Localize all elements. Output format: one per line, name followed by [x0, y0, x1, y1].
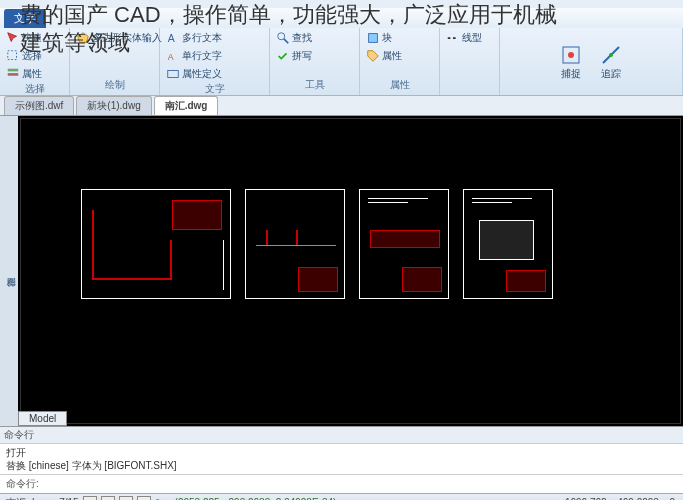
drawing-2: [245, 189, 345, 299]
svg-point-7: [278, 33, 285, 40]
tab-example[interactable]: 示例图.dwf: [4, 96, 74, 115]
svg-text:A: A: [168, 32, 175, 44]
group-label-text: 文字: [164, 82, 265, 97]
ribbon-spell[interactable]: 拼写: [274, 48, 314, 64]
tag-icon: [366, 49, 380, 63]
drawing-4: [463, 189, 553, 299]
search-icon: [276, 31, 290, 45]
ribbon-props[interactable]: 属性: [4, 66, 44, 82]
document-area: 图样 左侧样 − □ × 文A: [0, 116, 683, 426]
block-icon: [366, 31, 380, 45]
text-icon: A: [166, 31, 180, 45]
svg-rect-1: [8, 69, 19, 72]
snap-icon: [559, 43, 583, 67]
attribute-icon: [166, 67, 180, 81]
group-label-tools: 工具: [274, 78, 355, 93]
properties-icon: [6, 67, 20, 81]
polygon-icon: [76, 31, 90, 45]
ribbon-track[interactable]: 追踪: [593, 41, 629, 83]
group-label-draw: 绘制: [74, 78, 155, 93]
command-input-row: 命令行:: [0, 474, 683, 493]
drawing-canvas[interactable]: [20, 118, 681, 424]
command-history: 打开 替换 [chinese] 字体为 [BIGFONT.SHX]: [0, 444, 683, 474]
status-filename: 南汇.dwg: [0, 496, 53, 501]
tab-nanhui[interactable]: 南汇.dwg: [154, 96, 219, 115]
command-prompt: 命令行:: [0, 475, 45, 493]
ribbon-quick-select[interactable]: 快速: [4, 30, 44, 46]
ribbon-block[interactable]: 块: [364, 30, 394, 46]
cmd-line-2: 替换 [chinese] 字体为 [BIGFONT.SHX]: [6, 459, 677, 472]
ribbon-mtext[interactable]: A多行文本: [164, 30, 224, 46]
ribbon-polygon[interactable]: 多边形实体输入: [74, 30, 164, 46]
cursor-icon: [6, 31, 20, 45]
svg-text:A: A: [168, 52, 174, 62]
track-icon: [599, 43, 623, 67]
tab-newblock[interactable]: 新块(1).dwg: [76, 96, 151, 115]
menubar: 文字: [0, 8, 683, 28]
drawing-3: [359, 189, 449, 299]
command-area: 命令行 打开 替换 [chinese] 字体为 [BIGFONT.SHX] 命令…: [0, 426, 683, 493]
ribbon: 快速 选择 属性 选择 多边形实体输入 绘制 A多行文本 A单行文字 属性定义 …: [0, 28, 683, 96]
status-toggle-1[interactable]: [83, 496, 97, 501]
statusbar: 南汇.dwg 7/15 ✎ (2653.225; -298.0688; 2.94…: [0, 493, 683, 500]
status-toggle-4[interactable]: [137, 496, 151, 501]
canvas-wrap: − □ × 文A: [18, 116, 683, 426]
svg-point-12: [568, 52, 574, 58]
check-icon: [276, 49, 290, 63]
line-icon: [446, 31, 460, 45]
drawing-1: [81, 189, 231, 299]
svg-rect-2: [8, 73, 19, 76]
group-label-select: 选择: [4, 82, 65, 97]
select-icon: [6, 49, 20, 63]
ribbon-attrdef[interactable]: 属性定义: [164, 66, 224, 82]
ribbon-find[interactable]: 查找: [274, 30, 314, 46]
ribbon-stext[interactable]: A单行文字: [164, 48, 224, 64]
command-label: 命令行: [0, 427, 683, 444]
model-tab[interactable]: Model: [18, 411, 67, 426]
ribbon-attr[interactable]: 属性: [364, 48, 404, 64]
document-tabs: 示例图.dwf 新块(1).dwg 南汇.dwg: [0, 96, 683, 116]
menu-tab-text[interactable]: 文字: [4, 9, 46, 28]
ribbon-linetype[interactable]: 线型: [444, 30, 484, 46]
cmd-line-1: 打开: [6, 446, 677, 459]
svg-rect-9: [369, 34, 378, 43]
drawing-thumbnails: [81, 189, 553, 299]
status-toggle-2[interactable]: [101, 496, 115, 501]
svg-rect-6: [168, 71, 179, 78]
svg-marker-3: [78, 33, 89, 43]
left-panel-tabs: 图样 左侧样: [0, 116, 18, 426]
ribbon-snap[interactable]: 捕捉: [553, 41, 589, 83]
model-tab-bar: Model: [18, 410, 67, 426]
svg-rect-0: [8, 51, 17, 60]
titlebar: [0, 0, 683, 8]
ribbon-select[interactable]: 选择: [4, 48, 44, 64]
group-label-attr: 属性: [364, 78, 435, 93]
svg-line-8: [284, 39, 288, 43]
status-toggle-3[interactable]: [119, 496, 133, 501]
svg-point-14: [609, 53, 613, 57]
text-single-icon: A: [166, 49, 180, 63]
command-input[interactable]: [45, 477, 683, 492]
